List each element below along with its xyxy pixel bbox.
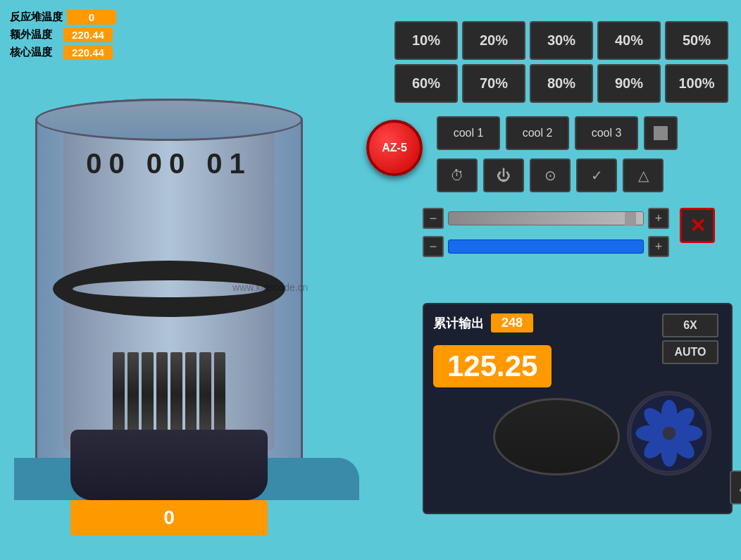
bottom-component bbox=[70, 430, 268, 500]
reactor-digits: 00 00 01 bbox=[63, 148, 275, 180]
cool1-button[interactable]: cool 1 bbox=[437, 116, 500, 150]
power-button[interactable]: ⏻ bbox=[483, 158, 524, 192]
target-button[interactable]: ⊙ bbox=[530, 158, 571, 192]
warning-icon: △ bbox=[638, 167, 649, 184]
reactor-temp-label: 反应堆温度 bbox=[10, 11, 63, 24]
az5-button[interactable]: AZ-5 bbox=[366, 120, 423, 176]
fan-svg bbox=[629, 391, 709, 475]
slider2-track[interactable] bbox=[448, 239, 644, 254]
cool3-button[interactable]: cool 3 bbox=[575, 116, 638, 150]
rod-5 bbox=[170, 352, 182, 437]
extra-temp-row: 额外温度 220.44 bbox=[10, 27, 116, 42]
pct-90-button[interactable]: 90% bbox=[597, 64, 661, 103]
reactor-bottom-display: 0 bbox=[70, 500, 268, 535]
slider-row-1: − + bbox=[423, 208, 669, 229]
auto-button[interactable]: AUTO bbox=[662, 340, 718, 364]
pct-50-button[interactable]: 50% bbox=[665, 21, 728, 60]
stop-icon bbox=[654, 126, 668, 140]
extra-temp-label: 额外温度 bbox=[10, 28, 59, 42]
pct-30-button[interactable]: 30% bbox=[530, 21, 593, 60]
cumulative-value: 248 bbox=[491, 313, 533, 332]
clock-button[interactable]: ⏱ bbox=[437, 158, 478, 192]
cool-buttons-row: cool 1 cool 2 cool 3 bbox=[437, 116, 678, 150]
check-icon: ✓ bbox=[591, 167, 603, 184]
reactor-temp-row: 反应堆温度 0 bbox=[10, 10, 116, 25]
check-button[interactable]: ✓ bbox=[576, 158, 617, 192]
pct-10-button[interactable]: 10% bbox=[394, 21, 458, 60]
slider-row-2: − + bbox=[423, 236, 669, 257]
pct-80-button[interactable]: 80% bbox=[530, 64, 593, 103]
pct-60-button[interactable]: 60% bbox=[394, 64, 458, 103]
control-icons-row: ⏱ ⏻ ⊙ ✓ △ bbox=[437, 158, 664, 192]
control-ring bbox=[53, 261, 285, 317]
pct-40-button[interactable]: 40% bbox=[597, 21, 661, 60]
mode-buttons: 6X AUTO bbox=[662, 313, 718, 364]
clock-icon: ⏱ bbox=[450, 168, 464, 184]
core-temp-value: 220.44 bbox=[63, 45, 113, 60]
cool2-button[interactable]: cool 2 bbox=[506, 116, 569, 150]
fuel-rods bbox=[113, 352, 225, 437]
rod-1 bbox=[113, 352, 125, 437]
fan-wheel bbox=[627, 391, 711, 475]
slider1-plus[interactable]: + bbox=[648, 208, 669, 229]
rod-2 bbox=[127, 352, 139, 437]
rod-4 bbox=[156, 352, 168, 437]
svg-point-9 bbox=[663, 427, 676, 440]
reactor-temp-value: 0 bbox=[67, 10, 116, 25]
slider1-handle[interactable] bbox=[625, 212, 636, 226]
cylinder-top bbox=[35, 99, 303, 141]
big-orange-display: 125.25 bbox=[433, 345, 552, 387]
core-temp-label: 核心温度 bbox=[10, 46, 59, 59]
core-temp-row: 核心温度 220.44 bbox=[10, 45, 116, 60]
power-icon: ⏻ bbox=[497, 168, 511, 184]
slider2-plus[interactable]: + bbox=[648, 236, 669, 257]
pct-20-button[interactable]: 20% bbox=[462, 21, 525, 60]
pct-70-button[interactable]: 70% bbox=[462, 64, 525, 103]
warning-button[interactable]: △ bbox=[623, 158, 664, 192]
target-icon: ⊙ bbox=[544, 167, 556, 184]
reactor-area: 00 00 01 0 bbox=[14, 99, 324, 500]
slider1-track[interactable] bbox=[448, 211, 644, 225]
red-x-button[interactable]: ✕ bbox=[680, 208, 715, 243]
right-panel: 10% 20% 30% 40% 50% 60% 70% 80% 90% 100%… bbox=[352, 0, 741, 560]
percentage-grid: 10% 20% 30% 40% 50% 60% 70% 80% 90% 100% bbox=[394, 21, 728, 103]
6x-button[interactable]: 6X bbox=[662, 313, 718, 337]
rod-7 bbox=[199, 352, 211, 437]
wrench-icon bbox=[738, 479, 741, 496]
pct-100-button[interactable]: 100% bbox=[665, 64, 728, 103]
sliders-area: − + − + bbox=[423, 208, 669, 264]
fan-circle bbox=[627, 391, 711, 475]
cumulative-row: 累计输出 248 bbox=[433, 313, 533, 332]
rod-6 bbox=[185, 352, 197, 437]
cumulative-label: 累计输出 bbox=[433, 315, 484, 332]
slider2-minus[interactable]: − bbox=[423, 236, 444, 257]
rod-3 bbox=[142, 352, 154, 437]
slider1-minus[interactable]: − bbox=[423, 208, 444, 229]
turbine-body bbox=[493, 398, 620, 475]
wrench-button[interactable] bbox=[730, 471, 741, 504]
rod-8 bbox=[214, 352, 226, 437]
stop-button[interactable] bbox=[644, 116, 678, 150]
extra-temp-value: 220.44 bbox=[63, 27, 113, 42]
info-panel: 反应堆温度 0 额外温度 220.44 核心温度 220.44 bbox=[7, 7, 119, 66]
